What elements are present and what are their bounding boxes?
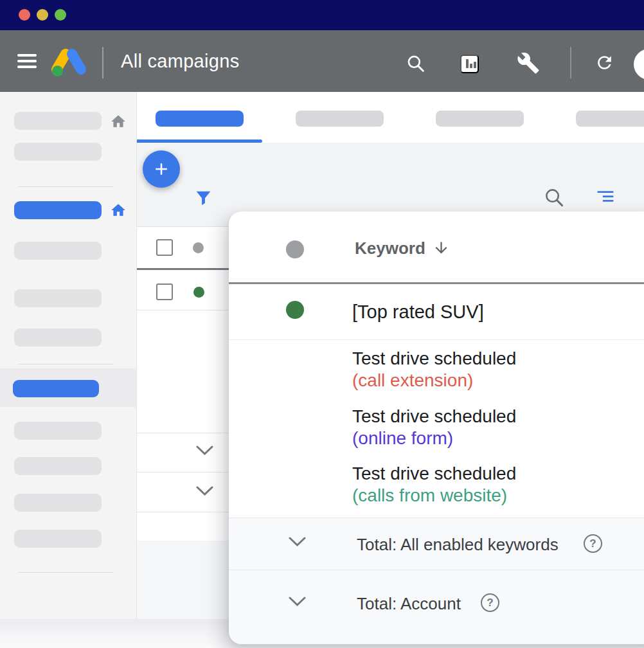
- keyword-table-card: Keyword [Top rated SUV] Test drive sched…: [229, 212, 644, 644]
- home-icon: [110, 202, 127, 219]
- status-dot-gray: [193, 242, 204, 253]
- sidebar-item-placeholder[interactable]: [14, 494, 102, 512]
- row-divider: [137, 310, 233, 310]
- window-zoom-button[interactable]: [55, 9, 66, 21]
- select-all-checkbox[interactable]: [156, 239, 173, 256]
- total-enabled-keywords-label: Total: All enabled keywords: [357, 535, 559, 555]
- window-titlebar: [0, 0, 644, 30]
- conversion-action-row[interactable]: Test drive scheduled (call extension): [352, 348, 516, 392]
- wrench-icon[interactable]: [517, 51, 540, 76]
- sidebar-divider: [18, 364, 113, 364]
- chevron-down-icon[interactable]: [289, 596, 306, 608]
- google-ads-window: All campaigns: [0, 0, 644, 648]
- conversion-channel: (online form): [352, 428, 516, 449]
- sidebar-divider: [18, 572, 113, 573]
- keyword-table-background: [137, 226, 233, 619]
- row-divider: [137, 512, 233, 512]
- sidebar-divider: [18, 186, 113, 187]
- header-divider: [137, 268, 233, 270]
- search-icon[interactable]: [406, 53, 426, 76]
- row-divider: [137, 433, 233, 433]
- total-account-label: Total: Account: [357, 594, 461, 614]
- conversion-channel: (calls from website): [352, 485, 516, 507]
- conversion-action-row[interactable]: Test drive scheduled (calls from website…: [352, 463, 516, 507]
- sidebar-item-placeholder[interactable]: [14, 328, 102, 346]
- sidebar-item-placeholder[interactable]: [14, 422, 102, 440]
- app-toolbar: All campaigns: [0, 30, 644, 92]
- chevron-down-icon[interactable]: [196, 445, 213, 456]
- sidebar-item-placeholder[interactable]: [14, 242, 102, 260]
- header-divider: [229, 282, 644, 284]
- row-divider: [137, 472, 233, 473]
- conversion-name: Test drive scheduled: [352, 406, 516, 426]
- account-avatar[interactable]: [634, 49, 644, 80]
- navigation-sidebar: [0, 92, 137, 648]
- section-divider: [229, 518, 644, 518]
- sidebar-item-placeholder[interactable]: [14, 530, 102, 548]
- sort-descending-icon[interactable]: [433, 239, 450, 259]
- chart-icon[interactable]: [460, 55, 479, 73]
- sidebar-item-placeholder[interactable]: [14, 143, 102, 161]
- window-minimize-button[interactable]: [37, 9, 48, 21]
- page-title: All campaigns: [121, 30, 239, 92]
- row-divider: [229, 339, 644, 340]
- filter-icon[interactable]: [194, 188, 213, 210]
- chevron-down-icon[interactable]: [196, 485, 213, 497]
- tab-bar: [137, 92, 644, 143]
- tab-placeholder[interactable]: [296, 111, 384, 127]
- refresh-icon[interactable]: [595, 53, 614, 75]
- google-ads-logo-icon: [51, 46, 86, 77]
- conversion-name: Test drive scheduled: [352, 464, 516, 483]
- keyword-cell[interactable]: [Top rated SUV]: [352, 302, 484, 323]
- conversion-channel: (call extension): [352, 370, 516, 392]
- tab-placeholder[interactable]: [576, 111, 644, 127]
- columns-segment-icon[interactable]: [594, 186, 617, 209]
- tab-placeholder[interactable]: [436, 111, 524, 127]
- tab-selected[interactable]: [156, 111, 244, 127]
- toolbar-divider: [102, 47, 103, 78]
- sidebar-item-active[interactable]: [13, 380, 99, 397]
- row-divider: [229, 570, 644, 570]
- conversion-name: Test drive scheduled: [352, 348, 516, 368]
- help-icon[interactable]: ?: [584, 534, 602, 553]
- row-checkbox[interactable]: [156, 284, 173, 300]
- sidebar-item-placeholder[interactable]: [14, 457, 102, 475]
- status-dot-enabled: [193, 287, 204, 298]
- table-footer-area: [137, 541, 233, 620]
- table-search-icon[interactable]: [543, 186, 566, 211]
- status-dot-gray: [286, 240, 304, 258]
- conversion-action-row[interactable]: Test drive scheduled (online form): [352, 406, 516, 449]
- status-dot-enabled: [286, 301, 304, 319]
- chevron-down-icon[interactable]: [289, 536, 306, 548]
- sidebar-item-placeholder[interactable]: [14, 289, 102, 307]
- toolbar-divider: [570, 47, 571, 78]
- add-button[interactable]: [143, 150, 180, 188]
- column-header-keyword[interactable]: Keyword: [355, 239, 425, 258]
- sidebar-item-placeholder[interactable]: [14, 112, 102, 130]
- help-icon[interactable]: ?: [481, 593, 499, 612]
- home-icon: [110, 113, 127, 130]
- menu-icon[interactable]: [17, 54, 37, 68]
- sidebar-item-selected[interactable]: [14, 201, 102, 219]
- window-close-button[interactable]: [19, 9, 30, 21]
